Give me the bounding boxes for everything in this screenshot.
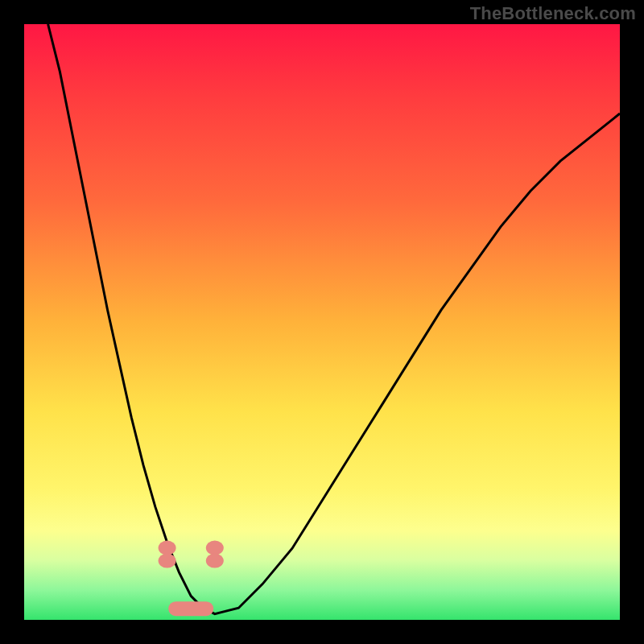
bottleneck-curve bbox=[24, 24, 620, 620]
svg-point-1 bbox=[159, 554, 176, 568]
curve-markers bbox=[159, 541, 224, 617]
svg-point-0 bbox=[159, 541, 176, 555]
curve-line bbox=[48, 24, 620, 614]
outer-frame: TheBottleneck.com bbox=[0, 0, 644, 644]
svg-point-2 bbox=[206, 541, 224, 555]
chart-plot-area bbox=[24, 24, 620, 620]
watermark-text: TheBottleneck.com bbox=[470, 3, 636, 24]
svg-point-3 bbox=[206, 554, 224, 568]
svg-rect-4 bbox=[168, 601, 213, 616]
